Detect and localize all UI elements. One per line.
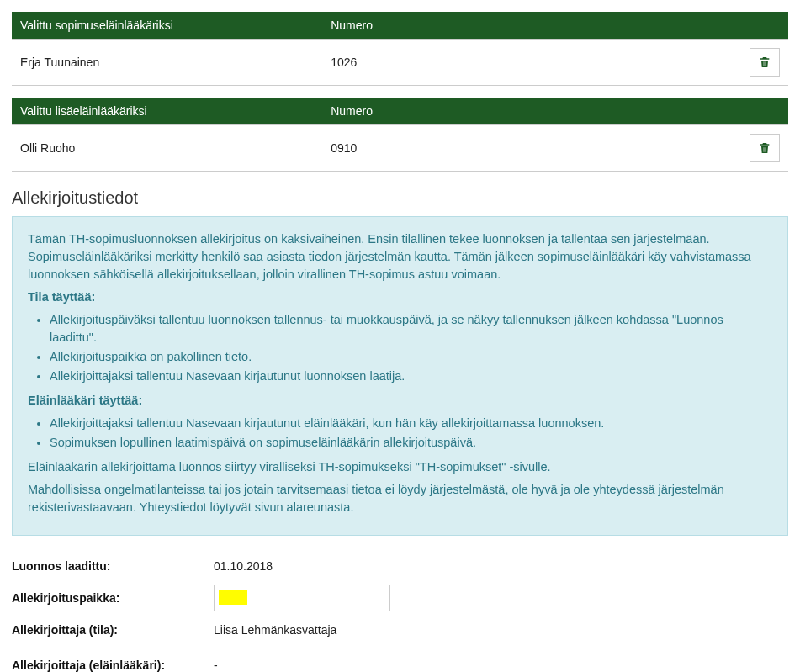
section-title-signature-info: Allekirjoitustiedot [12, 188, 788, 208]
value-signer-vet: - [214, 659, 218, 672]
info-list-vet: Allekirjoittajaksi tallentuu Nasevaan ki… [28, 415, 772, 452]
additional-vet-table: Valittu lisäeläinlääkäriksi Numero Olli … [12, 98, 788, 172]
signature-form: Luonnos laadittu: 01.10.2018 Allekirjoit… [12, 554, 788, 672]
value-signer-farm: Liisa Lehmänkasvattaja [214, 623, 336, 637]
info-item: Allekirjoituspäiväksi tallentuu luonnoks… [50, 311, 772, 347]
vet-number: 1026 [322, 40, 711, 86]
label-signer-farm: Allekirjoittaja (tila): [12, 623, 214, 637]
info-paragraph: Tämän TH-sopimusluonnoksen allekirjoitus… [28, 230, 772, 283]
table-row: Olli Ruoho 0910 [12, 125, 788, 172]
delete-button[interactable] [750, 134, 780, 162]
info-subtitle-vet: Eläinlääkäri täyttää: [28, 394, 142, 407]
trash-icon [758, 56, 771, 69]
info-paragraph: Mahdollisissa ongelmatilanteissa tai jos… [28, 481, 772, 516]
trash-icon [758, 141, 771, 155]
label-signer-vet: Allekirjoittaja (eläinlääkäri): [12, 659, 214, 672]
vet-name: Erja Tuunainen [12, 40, 322, 86]
vet-name: Olli Ruoho [12, 125, 322, 172]
table-row: Erja Tuunainen 1026 [12, 40, 788, 86]
info-item: Allekirjoittajaksi tallentuu Nasevaan ki… [50, 368, 772, 385]
highlight-marker [219, 590, 247, 605]
vet-number: 0910 [322, 125, 711, 172]
info-item: Sopimuksen lopullinen laatimispäivä on s… [50, 434, 772, 452]
header-number: Numero [322, 98, 711, 125]
info-item: Allekirjoittajaksi tallentuu Nasevaan ki… [50, 415, 772, 432]
signature-info-box: Tämän TH-sopimusluonnoksen allekirjoitus… [12, 216, 788, 536]
info-paragraph: Eläinlääkärin allekirjoittama luonnos si… [28, 458, 772, 476]
delete-button[interactable] [750, 48, 780, 77]
header-selected-additional-vet: Valittu lisäeläinlääkäriksi [12, 98, 322, 125]
label-sign-place: Allekirjoituspaikka: [12, 591, 214, 605]
header-number: Numero [322, 12, 711, 40]
value-draft-date: 01.10.2018 [214, 559, 273, 573]
label-draft-date: Luonnos laadittu: [12, 559, 214, 573]
contract-vet-table: Valittu sopimuseläinlääkäriksi Numero Er… [12, 12, 788, 86]
header-selected-contract-vet: Valittu sopimuseläinlääkäriksi [12, 12, 322, 40]
info-subtitle-farm: Tila täyttää: [28, 290, 95, 304]
info-list-farm: Allekirjoituspäiväksi tallentuu luonnoks… [28, 311, 772, 385]
info-item: Allekirjoituspaikka on pakollinen tieto. [50, 348, 772, 366]
